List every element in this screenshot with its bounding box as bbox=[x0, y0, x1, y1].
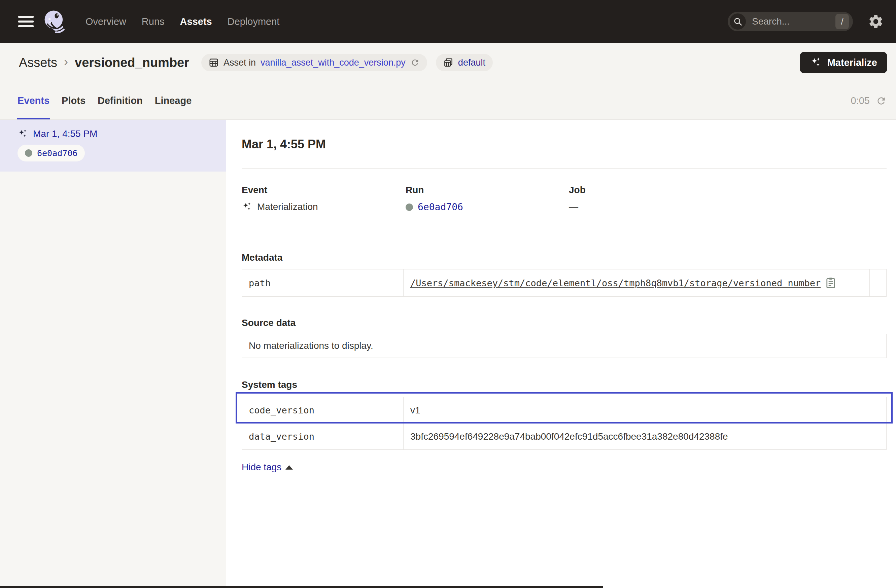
tab-plots[interactable]: Plots bbox=[61, 82, 86, 119]
dagster-asset-page: Overview Runs Assets Deployment / bbox=[0, 0, 896, 588]
source-data-empty-message: No materializations to display. bbox=[242, 334, 887, 358]
sparkles-icon bbox=[810, 56, 822, 68]
table-grid-icon bbox=[209, 58, 219, 68]
event-type-value: Materialization bbox=[257, 202, 318, 212]
nav-item-assets[interactable]: Assets bbox=[180, 16, 212, 27]
asset-file-link[interactable]: vanilla_asset_with_code_version.py bbox=[261, 58, 405, 68]
materialize-button[interactable]: Materialize bbox=[800, 52, 887, 73]
event-list-item-selected[interactable]: Mar 1, 4:55 PM 6e0ad706 bbox=[0, 120, 226, 172]
refresh-countdown: 0:05 bbox=[851, 95, 870, 106]
run-status-dot bbox=[25, 149, 32, 157]
run-id-link[interactable]: 6e0ad706 bbox=[418, 202, 463, 213]
metadata-heading: Metadata bbox=[242, 252, 887, 263]
event-timestamp-link[interactable]: Mar 1, 4:55 PM bbox=[33, 129, 97, 139]
window-edge bbox=[0, 586, 603, 588]
tag-key: data_version bbox=[242, 424, 403, 450]
job-column-label: Job bbox=[569, 185, 887, 196]
caret-up-icon bbox=[285, 465, 293, 469]
reload-code-location-icon[interactable] bbox=[410, 58, 420, 67]
job-empty-value: — bbox=[569, 202, 887, 212]
repository-default-link[interactable]: default bbox=[458, 58, 485, 68]
metadata-table: path /Users/smackesey/stm/code/elementl/… bbox=[242, 269, 887, 297]
refresh-icon[interactable] bbox=[876, 96, 887, 106]
search-shortcut-key: / bbox=[835, 14, 849, 29]
event-summary: Event Materialization Run bbox=[242, 185, 887, 213]
hide-tags-link[interactable]: Hide tags bbox=[242, 462, 293, 473]
event-detail-title: Mar 1, 4:55 PM bbox=[242, 137, 887, 151]
tag-key: code_version bbox=[242, 397, 403, 423]
tab-events[interactable]: Events bbox=[17, 82, 50, 119]
materialization-sparkle-icon bbox=[242, 202, 253, 212]
metadata-row-spacer bbox=[869, 269, 886, 296]
run-id-badge[interactable]: 6e0ad706 bbox=[17, 144, 85, 161]
tab-lineage[interactable]: Lineage bbox=[154, 82, 192, 119]
tag-value: 3bfc269594ef649228e9a74bab00f042efc91d5a… bbox=[403, 424, 886, 450]
hide-tags-label: Hide tags bbox=[242, 462, 281, 473]
primary-nav: Overview Runs Assets Deployment bbox=[85, 16, 279, 27]
asset-tabs: Events Plots Definition Lineage 0:05 bbox=[0, 82, 896, 120]
repository-badge: default bbox=[436, 54, 493, 71]
run-column-label: Run bbox=[405, 185, 569, 196]
top-nav: Overview Runs Assets Deployment / bbox=[0, 0, 896, 43]
table-row: path /Users/smackesey/stm/code/elementl/… bbox=[242, 269, 886, 296]
metadata-key: path bbox=[242, 269, 403, 296]
event-list-sidebar: Mar 1, 4:55 PM 6e0ad706 bbox=[0, 120, 226, 588]
event-detail-panel: Mar 1, 4:55 PM Event Materialization bbox=[226, 120, 896, 588]
materialize-button-label: Materialize bbox=[827, 57, 877, 68]
nav-item-runs[interactable]: Runs bbox=[142, 16, 165, 27]
dagster-logo-icon[interactable] bbox=[41, 8, 67, 35]
run-status-dot bbox=[405, 204, 413, 211]
asset-origin-badge: Asset in vanilla_asset_with_code_version… bbox=[201, 54, 427, 71]
settings-gear-icon[interactable] bbox=[868, 14, 884, 30]
search-icon bbox=[730, 14, 746, 30]
tag-value: v1 bbox=[403, 397, 886, 423]
system-tags-table: code_version v1 data_version 3bfc269594e… bbox=[242, 397, 887, 450]
page-title: versioned_number bbox=[75, 56, 189, 70]
metadata-path-link[interactable]: /Users/smackesey/stm/code/elementl/oss/t… bbox=[410, 278, 821, 288]
copy-path-icon[interactable] bbox=[826, 277, 835, 289]
run-id-label: 6e0ad706 bbox=[37, 148, 78, 158]
breadcrumb-assets-link[interactable]: Assets bbox=[19, 56, 57, 70]
source-data-heading: Source data bbox=[242, 318, 887, 328]
system-tags-heading: System tags bbox=[242, 380, 887, 390]
event-column-label: Event bbox=[242, 185, 405, 196]
table-row: code_version v1 bbox=[242, 397, 886, 423]
search-box[interactable]: / bbox=[728, 12, 853, 31]
table-row: data_version 3bfc269594ef649228e9a74bab0… bbox=[242, 423, 886, 450]
materialization-sparkle-icon bbox=[17, 129, 28, 139]
top-nav-right: / bbox=[728, 12, 884, 31]
menu-icon[interactable] bbox=[18, 13, 34, 30]
search-input[interactable] bbox=[752, 16, 835, 27]
nav-item-deployment[interactable]: Deployment bbox=[227, 16, 280, 27]
page-header: Assets › versioned_number Asset in vanil… bbox=[0, 43, 896, 82]
tab-definition[interactable]: Definition bbox=[97, 82, 143, 119]
asset-origin-prefix: Asset in bbox=[224, 58, 256, 68]
nav-item-overview[interactable]: Overview bbox=[85, 16, 126, 27]
divider bbox=[242, 168, 887, 169]
breadcrumb-chevron-icon: › bbox=[64, 55, 68, 69]
repository-grid-icon bbox=[443, 58, 453, 68]
